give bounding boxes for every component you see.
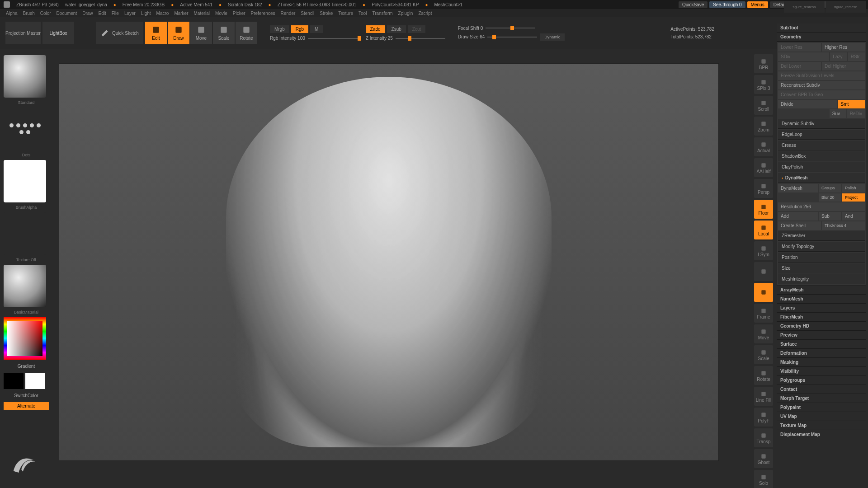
lightbox-button[interactable]: LightBox (42, 22, 74, 44)
scale-mode-button[interactable]: Scale (213, 22, 235, 44)
add-button[interactable]: Add (778, 212, 818, 221)
size-accordion[interactable]: Size (778, 263, 865, 273)
dynamic-subdiv-accordion[interactable]: Dynamic Subdiv (778, 119, 865, 129)
rgb-button[interactable]: Rgb (291, 25, 308, 33)
frame-button[interactable]: Frame (754, 304, 773, 323)
del-higher-button[interactable]: Del Higher (822, 62, 865, 70)
projection-master-button[interactable]: Projection Master (5, 22, 41, 44)
masking-header[interactable]: Masking (777, 358, 866, 367)
sub-button[interactable]: Sub (819, 212, 841, 221)
stroke-thumbnail[interactable] (4, 108, 46, 150)
menu-light[interactable]: Light (139, 11, 153, 16)
surface-header[interactable]: Surface (777, 340, 866, 349)
polish-toggle[interactable]: Polish (842, 184, 865, 192)
rotate-button[interactable]: Rotate (754, 366, 773, 385)
tool-thumb[interactable]: figure_remesh (784, 1, 825, 13)
modify-topology-accordion[interactable]: Modify Topology (778, 242, 865, 252)
polygroups-header[interactable]: Polygroups (777, 376, 866, 385)
visibility-header[interactable]: Visibility (777, 367, 866, 376)
uvmap-header[interactable]: UV Map (777, 412, 866, 421)
viewport-button[interactable] (754, 262, 773, 281)
focal-shift-slider[interactable]: Focal Shift 0 (458, 26, 483, 31)
geometryhd-header[interactable]: Geometry HD (777, 322, 866, 331)
menu-draw[interactable]: Draw (80, 11, 95, 16)
edgeloop-accordion[interactable]: EdgeLoop (778, 130, 865, 140)
polyf-button[interactable]: PolyF (754, 408, 773, 427)
draw-mode-button[interactable]: Draw (168, 22, 189, 44)
sdiv-slider[interactable]: SDiv (778, 52, 829, 61)
and-button[interactable]: And (842, 212, 865, 221)
project-toggle[interactable]: Project (842, 193, 865, 202)
menu-color[interactable]: Color (38, 11, 53, 16)
texturemap-header[interactable]: Texture Map (777, 421, 866, 430)
dynamic-label[interactable]: Dynamic (540, 33, 565, 41)
menu-picker[interactable]: Picker (231, 11, 248, 16)
viewport-button[interactable] (754, 283, 773, 302)
zsub-button[interactable]: Zsub (387, 25, 406, 33)
gradient-toggle[interactable]: Gradient (4, 362, 49, 370)
secondary-color-swatch[interactable] (25, 373, 45, 389)
convert-bpr-button[interactable]: Convert BPR To Geo (778, 90, 865, 99)
subtool-header[interactable]: SubTool (777, 23, 866, 33)
main-color-swatch[interactable] (4, 373, 24, 389)
menu-zscript[interactable]: Zscript (416, 11, 434, 16)
menu-material[interactable]: Material (192, 11, 212, 16)
dynamesh-accordion[interactable]: DynaMesh (778, 173, 865, 183)
z-intensity-slider[interactable]: Z Intensity 25 (366, 36, 393, 41)
aahalf-button[interactable]: AAHalf (754, 158, 773, 177)
bpr-button[interactable]: BPR (754, 54, 773, 73)
shadowbox-accordion[interactable]: ShadowBox (778, 151, 865, 161)
menu-file[interactable]: File (109, 11, 121, 16)
menu-stencil[interactable]: Stencil (298, 11, 316, 16)
zremesher-accordion[interactable]: ZRemesher (778, 231, 865, 241)
move-button[interactable]: Move (754, 324, 773, 343)
menu-stroke[interactable]: Stroke (317, 11, 335, 16)
rotate-mode-button[interactable]: Rotate (236, 22, 257, 44)
line-fill-button[interactable]: Line Fill (754, 387, 773, 406)
claypolish-accordion[interactable]: ClayPolish (778, 162, 865, 172)
deformation-header[interactable]: Deformation (777, 349, 866, 358)
menus-button[interactable]: Menus (747, 1, 768, 8)
morph-target-header[interactable]: Morph Target (777, 394, 866, 403)
lazy-toggle[interactable]: Lazy (830, 52, 847, 61)
menu-document[interactable]: Document (54, 11, 80, 16)
scale-button[interactable]: Scale (754, 345, 773, 364)
menu-texture[interactable]: Texture (336, 11, 355, 16)
color-picker[interactable] (4, 317, 46, 360)
draw-size-slider[interactable]: Draw Size 64 (458, 34, 485, 39)
alternate-button[interactable]: Alternate (4, 402, 49, 410)
position-accordion[interactable]: Position (778, 253, 865, 263)
blur-slider[interactable]: Blur 20 (819, 193, 841, 202)
menu-marker[interactable]: Marker (172, 11, 190, 16)
polypaint-header[interactable]: Polypaint (777, 403, 866, 412)
move-mode-button[interactable]: Move (190, 22, 212, 44)
menu-transform[interactable]: Transform (370, 11, 395, 16)
menu-brush[interactable]: Brush (21, 11, 37, 16)
del-lower-button[interactable]: Del Lower (778, 62, 821, 70)
menu-edit[interactable]: Edit (96, 11, 108, 16)
local-button[interactable]: Local (754, 221, 773, 239)
scroll-button[interactable]: Scroll (754, 96, 773, 115)
canvas-viewport[interactable] (59, 63, 719, 461)
menu-zplugin[interactable]: Zplugin (396, 11, 415, 16)
solo-button[interactable]: Solo (754, 470, 773, 488)
zcut-button[interactable]: Zcut (408, 25, 425, 33)
thickness-slider[interactable]: Thickness 4 (822, 221, 865, 230)
edit-mode-button[interactable]: Edit (145, 22, 167, 44)
zoom-button[interactable]: Zoom (754, 117, 773, 136)
quicksave-button[interactable]: QuickSave (679, 1, 708, 8)
menu-movie[interactable]: Movie (213, 11, 230, 16)
resolution-slider[interactable]: Resolution 256 (778, 202, 865, 211)
transp-button[interactable]: Transp (754, 428, 773, 447)
displacement-header[interactable]: Displacement Map (777, 430, 866, 439)
preview-header[interactable]: Preview (777, 331, 866, 340)
geometry-header[interactable]: Geometry (777, 33, 866, 42)
switch-color-button[interactable]: SwitchColor (4, 392, 49, 399)
rstr-toggle[interactable]: RStr (848, 52, 865, 61)
rgb-intensity-slider[interactable]: Rgb Intensity 100 (270, 36, 305, 41)
reconstruct-button[interactable]: Reconstruct Subdiv (778, 81, 865, 89)
contact-header[interactable]: Contact (777, 385, 866, 394)
rediv-button[interactable]: ReDiv (847, 109, 865, 118)
menu-alpha[interactable]: Alpha (4, 11, 20, 16)
lower-res-button[interactable]: Lower Res (778, 43, 821, 52)
